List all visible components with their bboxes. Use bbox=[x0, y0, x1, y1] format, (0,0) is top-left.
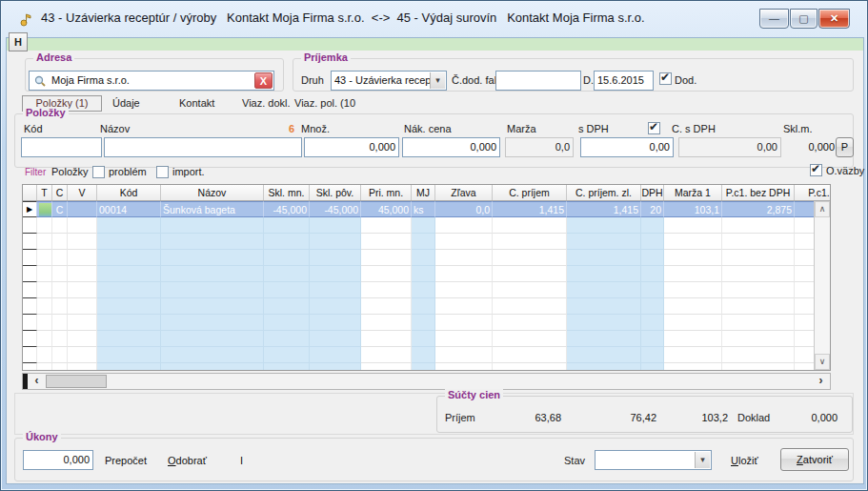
problem-label: problém bbox=[109, 166, 147, 177]
column-header-Zľava[interactable]: Zľava bbox=[435, 185, 493, 200]
kod-input[interactable] bbox=[21, 137, 102, 157]
sdph-checkbox[interactable] bbox=[648, 122, 660, 134]
table-row-empty[interactable] bbox=[23, 234, 816, 250]
nazov-label: Názov bbox=[100, 123, 130, 134]
column-header-Skl. pôv.[interactable]: Skl. pôv. bbox=[310, 185, 361, 200]
date-input[interactable]: 15.6.2015 bbox=[594, 71, 654, 91]
polozky-group: Položky Kód Názov 6 Množ. Nák. cena Marž… bbox=[14, 113, 854, 168]
items-grid: TCVKódNázovSkl. mn.Skl. pôv.Pri. mn.MJZľ… bbox=[22, 184, 831, 371]
ukony-input[interactable]: 0,000 bbox=[23, 450, 93, 470]
tab-udaje[interactable]: Údaje bbox=[112, 97, 140, 113]
prepocet-action[interactable]: Prepočet bbox=[105, 455, 147, 466]
column-header-MJ[interactable]: MJ bbox=[412, 185, 435, 200]
stav-combobox[interactable]: ▾ bbox=[595, 450, 712, 470]
count-badge: 6 bbox=[289, 123, 294, 134]
column-header-Skl. mn.[interactable]: Skl. mn. bbox=[264, 185, 310, 200]
dod-checkbox[interactable] bbox=[659, 72, 672, 85]
table-row-empty[interactable] bbox=[23, 250, 816, 266]
column-header-P.c1. bez DPH[interactable]: P.c1. bez DPH bbox=[722, 185, 795, 200]
tab-kontakt[interactable]: Kontakt bbox=[179, 97, 214, 113]
column-header-DPH[interactable]: DPH bbox=[641, 185, 664, 200]
column-header-C. príjem. zl.[interactable]: C. príjem. zl. bbox=[567, 185, 641, 200]
column-header-C. príjem[interactable]: C. príjem bbox=[493, 185, 567, 200]
column-header-Názov[interactable]: Názov bbox=[161, 185, 264, 200]
cdod-input[interactable] bbox=[495, 71, 581, 91]
column-header-Kód[interactable]: Kód bbox=[97, 185, 161, 200]
chevron-down-icon[interactable]: ▾ bbox=[695, 452, 710, 468]
zatvorit-button[interactable]: Zatvoriť bbox=[780, 448, 849, 471]
sklm-label: Skl.m. bbox=[783, 123, 813, 134]
adresa-field[interactable]: Moja Firma s.r.o. X bbox=[29, 71, 274, 91]
i-action[interactable]: I bbox=[240, 455, 243, 466]
table-row-empty[interactable] bbox=[23, 217, 816, 234]
kod-label: Kód bbox=[24, 123, 43, 134]
toolbar-strip bbox=[7, 38, 863, 51]
scroll-left-icon[interactable]: ‹ bbox=[29, 374, 45, 389]
table-row-selected[interactable]: ▶C00014Šunková bageta-45,000-45,00045,00… bbox=[23, 201, 816, 217]
mnoz-label: Množ. bbox=[301, 123, 330, 134]
nak-cena-input[interactable]: 0,000 bbox=[402, 137, 500, 157]
filter-polozky-label: Položky bbox=[51, 166, 89, 177]
close-button[interactable]: ✕ bbox=[818, 9, 850, 29]
column-header-T[interactable]: T bbox=[37, 185, 52, 200]
marza-field: 0,0 bbox=[505, 137, 574, 157]
ovazby-checkbox[interactable] bbox=[810, 164, 822, 176]
sucty-value-1: 63,68 bbox=[502, 412, 561, 423]
column-header-marker[interactable] bbox=[23, 185, 37, 200]
column-header-C[interactable]: C bbox=[52, 185, 68, 200]
p-button[interactable]: P bbox=[836, 137, 854, 157]
scroll-right-icon[interactable]: › bbox=[813, 374, 829, 389]
sucty-group: Súčty cien Príjem 63,68 76,42 103,2 Dokl… bbox=[436, 396, 853, 433]
table-row-empty[interactable] bbox=[23, 282, 816, 298]
tab-viaz-dokl[interactable]: Viaz. dokl. bbox=[242, 97, 291, 113]
adresa-group: Adresa Moja Firma s.r.o. X bbox=[25, 58, 284, 92]
horizontal-scrollbar[interactable]: ‹ › bbox=[22, 373, 831, 390]
problem-checkbox[interactable] bbox=[92, 166, 105, 178]
nak-cena-label: Nák. cena bbox=[404, 123, 452, 134]
odobrat-action[interactable]: Odobrať bbox=[168, 455, 207, 466]
adresa-legend: Adresa bbox=[33, 51, 74, 63]
scroll-down-icon[interactable]: ∨ bbox=[815, 354, 830, 370]
minimize-button[interactable]: — bbox=[759, 9, 789, 29]
table-row-empty[interactable] bbox=[23, 363, 816, 370]
vertical-scrollbar[interactable]: ∧ ∨ bbox=[814, 201, 830, 370]
prijem-label: Príjem bbox=[445, 412, 475, 423]
ukony-legend: Úkony bbox=[23, 431, 61, 442]
mnoz-input[interactable]: 0,000 bbox=[304, 137, 399, 157]
column-header-V[interactable]: V bbox=[68, 185, 97, 200]
grid-splitter-handle[interactable] bbox=[23, 374, 28, 389]
table-row-empty[interactable] bbox=[23, 298, 816, 315]
clear-adresa-button[interactable]: X bbox=[254, 72, 273, 89]
doklad-label: Doklad bbox=[737, 412, 770, 423]
row-marker-icon: ▶ bbox=[23, 201, 37, 217]
doklad-value: 0,000 bbox=[780, 412, 838, 423]
table-row-empty[interactable] bbox=[23, 331, 816, 347]
table-row-empty[interactable] bbox=[23, 315, 816, 331]
tab-viaz-pol[interactable]: Viaz. pol. (10 bbox=[294, 97, 355, 113]
sklm-value: 0,000 bbox=[787, 141, 835, 153]
h-button[interactable]: H bbox=[9, 32, 28, 51]
sucty-value-3: 103,2 bbox=[674, 412, 728, 423]
ulozit-action[interactable]: Uložiť bbox=[731, 455, 758, 466]
adresa-value: Moja Firma s.r.o. bbox=[51, 74, 130, 86]
sdph-input[interactable]: 0,00 bbox=[580, 137, 674, 157]
column-header-Marža 1[interactable]: Marža 1 bbox=[664, 185, 722, 200]
grid-body: ▶C00014Šunková bageta-45,000-45,00045,00… bbox=[23, 201, 816, 370]
table-row-empty[interactable] bbox=[23, 347, 816, 363]
table-row-empty[interactable] bbox=[23, 266, 816, 282]
import-checkbox[interactable] bbox=[156, 166, 169, 178]
scrollbar-thumb[interactable] bbox=[46, 375, 107, 388]
nazov-input[interactable] bbox=[104, 137, 302, 157]
prijemka-legend: Príjemka bbox=[301, 51, 351, 63]
maximize-button[interactable]: ▢ bbox=[790, 9, 818, 29]
druh-combobox[interactable]: 43 - Uzávierka receptúr / ▾ bbox=[331, 71, 447, 91]
marza-label: Marža bbox=[507, 123, 536, 134]
scroll-up-icon[interactable]: ∧ bbox=[815, 201, 830, 217]
column-header-P.c1. s[interactable]: P.c1. s bbox=[795, 185, 831, 200]
chevron-down-icon[interactable]: ▾ bbox=[430, 72, 445, 89]
row-status-indicator bbox=[39, 203, 51, 216]
polozky-legend: Položky bbox=[23, 107, 69, 118]
ukony-group: Úkony 0,000 Prepočet Odobrať I Stav ▾ Ul… bbox=[14, 438, 854, 481]
column-header-Pri. mn.[interactable]: Pri. mn. bbox=[361, 185, 412, 200]
sucty-legend: Súčty cien bbox=[445, 389, 503, 400]
